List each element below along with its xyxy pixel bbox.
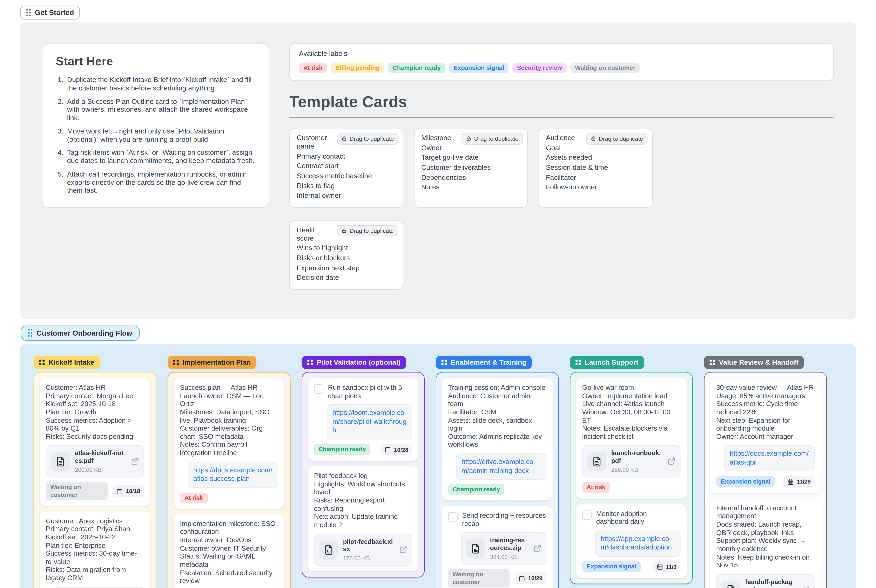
available-label-chip[interactable]: At risk xyxy=(299,63,327,74)
attachment-chip[interactable]: pilot-feedback.xlsx176.00 KB xyxy=(314,534,412,566)
card-label-chip[interactable]: Expansion signal xyxy=(582,561,641,572)
card-link[interactable]: https://docs.example.com/atlas-qbr xyxy=(724,445,814,471)
attachment-chip[interactable]: atlas-kickoff-notes.pdf200.00 KB xyxy=(46,445,144,478)
card-line: Customer: Atlas HR xyxy=(46,384,144,392)
card-footer: Waiting on customer10/29 xyxy=(448,569,546,587)
card-label-chip[interactable]: Waiting on customer xyxy=(46,482,108,500)
board-card[interactable]: Training session: Admin consoleAudience:… xyxy=(442,378,553,501)
attachment-name: training-resources.zip xyxy=(490,537,528,552)
column-header-pill[interactable]: Launch Support xyxy=(570,356,644,369)
template-card-line: Owner xyxy=(421,144,521,153)
card-label-chip[interactable]: Expansion signal xyxy=(716,476,775,487)
template-card[interactable]: Drag to duplicateCustomer namePrimary co… xyxy=(289,128,403,207)
open-external-button[interactable] xyxy=(801,586,810,588)
attachment-chip[interactable]: handoff-package.zip460.00 KB xyxy=(716,574,814,588)
file-type-tile xyxy=(466,539,485,558)
checkbox[interactable] xyxy=(582,510,592,520)
drag-to-duplicate-button[interactable]: Drag to duplicate xyxy=(337,225,398,237)
lock-icon xyxy=(341,228,347,233)
card-label-chip[interactable]: Waiting on customer xyxy=(448,569,510,587)
attachment-chip[interactable]: training-resources.zip384.00 KB xyxy=(461,532,546,565)
card-line: Pilot feedback log xyxy=(314,472,412,480)
template-card-line: Risks to flag xyxy=(297,182,396,190)
calendar-icon xyxy=(787,478,794,485)
drag-to-duplicate-button[interactable]: Drag to duplicate xyxy=(461,133,523,145)
column-header-pill[interactable]: Implementation Plan xyxy=(168,356,256,369)
board-card[interactable]: Run sandbox pilot with 5 championshttps:… xyxy=(308,378,418,460)
column-header-pill[interactable]: Enablement & Training xyxy=(436,356,532,369)
card-text: Training session: Admin consoleAudience:… xyxy=(448,384,546,449)
due-date-chip[interactable]: 10/29 xyxy=(515,573,546,584)
start-here-card: Start Here Duplicate the Kickoff Intake … xyxy=(42,43,269,208)
open-external-button[interactable] xyxy=(131,458,139,466)
flow-title-chip[interactable]: Customer Onboarding Flow xyxy=(21,326,139,340)
card-label-chip[interactable]: At risk xyxy=(180,492,207,503)
available-label-chip[interactable]: Champion ready xyxy=(388,63,445,74)
card-line: Docs shared: Launch recap, QBR deck, pla… xyxy=(716,520,814,537)
available-labels-row: At riskBilling pendingChampion readyExpa… xyxy=(299,63,824,74)
card-link[interactable]: https://loom.example.com/share/pilot-wal… xyxy=(327,404,412,439)
available-label-chip[interactable]: Security review xyxy=(512,63,566,74)
card-text: Pilot feedback logHighlights: Workflow s… xyxy=(314,472,412,529)
card-link[interactable]: https://app.example.com/dashboards/adopt… xyxy=(595,530,681,556)
open-external-button[interactable] xyxy=(533,544,541,553)
template-card[interactable]: Drag to duplicateAudienceGoalAssets need… xyxy=(539,128,652,207)
card-text: Customer: Apex LogisticsPrimary contact:… xyxy=(46,517,144,582)
template-card[interactable]: Drag to duplicateHealth scoreWins to hig… xyxy=(289,220,403,290)
board-card[interactable]: Customer: Atlas HRPrimary contact: Morga… xyxy=(39,378,150,506)
card-link[interactable]: https://docs.example.com/atlas-success-p… xyxy=(188,462,278,488)
template-card-line: Customer deliverables xyxy=(421,164,521,172)
card-label-chip[interactable]: At risk xyxy=(582,482,610,493)
template-card-line: Follow-up owner xyxy=(546,183,645,192)
attachment-chip[interactable]: launch-runbook.pdf256.00 KB xyxy=(582,445,681,478)
board-card[interactable]: 30-day value review — Atlas HRUsage: 85%… xyxy=(710,378,821,493)
due-date-chip[interactable]: 11/29 xyxy=(783,476,814,487)
card-footer: Expansion signal11/29 xyxy=(716,476,814,487)
due-date-chip[interactable]: 11/3 xyxy=(652,561,681,573)
open-external-button[interactable] xyxy=(399,546,407,554)
checkbox[interactable] xyxy=(314,384,323,394)
board-card[interactable]: Customer: Apex LogisticsPrimary contact:… xyxy=(39,512,150,588)
template-cards-row-2: Drag to duplicateHealth scoreWins to hig… xyxy=(289,220,834,290)
external-link-icon xyxy=(667,458,675,466)
template-cards-row-1: Drag to duplicateCustomer namePrimary co… xyxy=(289,128,834,207)
board-card[interactable]: Monitor adoption dashboard dailyhttps://… xyxy=(576,504,687,578)
column-header-pill[interactable]: Pilot Validation (optional) xyxy=(302,356,406,369)
lock-icon xyxy=(341,136,347,141)
attachment-size: 176.00 KB xyxy=(343,555,394,562)
drag-to-duplicate-button[interactable]: Drag to duplicate xyxy=(586,133,648,145)
column-header-pill[interactable]: Value Review & Handoff xyxy=(704,356,804,369)
open-external-button[interactable] xyxy=(667,458,675,466)
card-label-chip[interactable]: Champion ready xyxy=(314,444,370,455)
flow-title-label: Customer Onboarding Flow xyxy=(36,329,132,337)
card-line: Internal owner: DevOps xyxy=(180,536,278,544)
drag-to-duplicate-label: Drag to duplicate xyxy=(350,135,394,142)
available-label-chip[interactable]: Waiting on customer xyxy=(571,63,640,74)
drag-to-duplicate-button[interactable]: Drag to duplicate xyxy=(337,133,398,145)
column-body: 30-day value review — Atlas HRUsage: 85%… xyxy=(704,372,827,588)
column-header-pill[interactable]: Kickoff Intake xyxy=(34,356,100,369)
start-here-step: Tag risk items with `At risk` or `Waitin… xyxy=(65,149,255,165)
get-started-chip[interactable]: Get Started xyxy=(20,6,80,20)
board-card[interactable]: Internal handoff to account managementDo… xyxy=(710,499,821,588)
available-label-chip[interactable]: Expansion signal xyxy=(449,63,509,74)
template-card[interactable]: Drag to duplicateMilestoneOwnerTarget go… xyxy=(414,128,528,207)
due-date-chip[interactable]: 10/28 xyxy=(380,444,412,455)
lock-icon xyxy=(466,136,471,141)
start-here-steps: Duplicate the Kickoff Intake Brief into … xyxy=(56,76,255,195)
available-label-chip[interactable]: Billing pending xyxy=(331,63,384,74)
checkbox[interactable] xyxy=(448,512,458,522)
card-text: Success plan — Atlas HRLaunch owner: CSM… xyxy=(180,384,278,457)
card-line: Primary contact: Morgan Lee xyxy=(46,392,144,400)
board-card[interactable]: Pilot feedback logHighlights: Workflow s… xyxy=(308,466,418,572)
board-card[interactable]: Go-live war roomOwner: Implementation le… xyxy=(576,378,687,498)
board-card[interactable]: Success plan — Atlas HRLaunch owner: CSM… xyxy=(174,378,284,508)
card-labels: Waiting on customer xyxy=(448,569,510,587)
board-card[interactable]: Implementation milestone: SSO configurat… xyxy=(174,514,284,588)
due-date-chip[interactable]: 10/18 xyxy=(112,485,144,497)
board-card[interactable]: Send recording + resources recaptraining… xyxy=(442,506,553,588)
card-link[interactable]: https://drive.example.com/admin-training… xyxy=(456,453,546,480)
card-link[interactable]: https://notion.example.com/apex-intake xyxy=(54,587,144,588)
card-label-chip[interactable]: Champion ready xyxy=(448,484,504,495)
checklist-body: https://loom.example.com/share/pilot-wal… xyxy=(314,404,412,439)
